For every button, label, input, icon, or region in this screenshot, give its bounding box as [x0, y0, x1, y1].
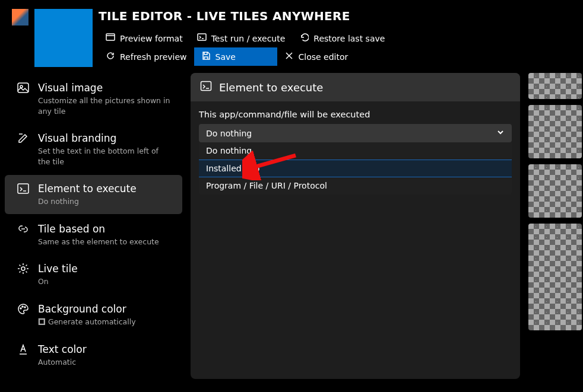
window-title: TILE EDITOR - LIVE TILES ANYWHERE [99, 9, 571, 29]
toolbar: Preview format Test run / execute Restor… [99, 29, 455, 66]
sidebar-sub: Customize all the pictures shown in any … [38, 94, 170, 116]
sidebar-sub: Automatic [38, 356, 170, 368]
svg-rect-2 [18, 83, 28, 93]
svg-point-6 [20, 308, 21, 309]
option-program-file[interactable]: Program / File / URI / Protocol [199, 177, 512, 195]
refresh-icon [106, 51, 115, 62]
option-do-nothing[interactable]: Do nothing [199, 142, 512, 160]
option-installed-app[interactable]: Installed app [199, 160, 512, 177]
svg-rect-4 [18, 184, 28, 193]
close-label: Close editor [299, 52, 348, 62]
app-icon [12, 9, 28, 26]
panel-header: Element to execute [191, 73, 520, 101]
refresh-label: Refresh preview [120, 52, 187, 62]
field-description: This app/command/file will be executed [199, 110, 512, 124]
execute-dropdown: Do nothing Installed app Program / File … [199, 142, 512, 195]
sidebar-label: Background color [38, 302, 170, 315]
svg-rect-1 [198, 34, 206, 40]
terminal-icon [200, 80, 212, 94]
save-icon [201, 51, 211, 62]
svg-point-7 [22, 306, 23, 307]
sidebar-sub: Do nothing [38, 195, 170, 207]
sidebar-label: Visual image [38, 81, 170, 94]
restore-label: Restore last save [313, 34, 385, 43]
image-icon [17, 81, 30, 94]
sidebar-item-visual-image[interactable]: Visual image Customize all the pictures … [5, 74, 182, 123]
sidebar-sub: Same as the element to execute [38, 235, 170, 247]
chevron-down-icon [496, 128, 505, 138]
preview-format-icon [106, 33, 115, 44]
sidebar-item-tile-based[interactable]: Tile based on Same as the element to exe… [5, 215, 182, 254]
sidebar: Visual image Customize all the pictures … [0, 73, 187, 379]
sidebar-label: Text color [38, 343, 170, 356]
test-run-label: Test run / execute [211, 34, 286, 43]
restore-button[interactable]: Restore last save [292, 29, 392, 47]
tile-size-thumbnails [524, 73, 583, 379]
tile-thumb-tall[interactable] [528, 224, 582, 330]
main-panel: Element to execute This app/command/file… [191, 73, 520, 379]
preview-format-button[interactable]: Preview format [99, 29, 190, 47]
save-button[interactable]: Save [194, 47, 277, 66]
sidebar-item-text-color[interactable]: Text color Automatic [5, 336, 182, 375]
undo-icon [299, 33, 309, 44]
sidebar-label: Visual branding [38, 132, 170, 145]
svg-point-8 [24, 307, 26, 308]
sidebar-sub: On [38, 275, 170, 287]
sidebar-item-element-execute[interactable]: Element to execute Do nothing [5, 175, 182, 214]
execute-select[interactable]: Do nothing [199, 124, 512, 142]
palette-icon [17, 302, 30, 315]
tile-thumb-square-1[interactable] [528, 105, 582, 158]
close-icon [284, 51, 294, 62]
terminal-icon [17, 182, 30, 195]
sidebar-label: Tile based on [38, 222, 170, 235]
text-color-icon [17, 343, 30, 356]
test-run-button[interactable]: Test run / execute [190, 29, 293, 47]
svg-point-5 [21, 267, 25, 270]
sidebar-sub: Set the text in the bottom left of the t… [38, 145, 170, 167]
tile-thumb-square-2[interactable] [528, 164, 582, 218]
save-label: Save [216, 52, 236, 62]
sidebar-sub: 🞐 Generate automatically [38, 315, 170, 327]
select-value: Do nothing [206, 129, 252, 138]
preview-format-label: Preview format [120, 34, 183, 43]
sidebar-label: Live tile [38, 262, 170, 275]
tile-preview [34, 9, 93, 67]
svg-rect-0 [106, 34, 115, 40]
panel-title: Element to execute [219, 81, 323, 94]
sidebar-item-live-tile[interactable]: Live tile On [5, 255, 182, 294]
edit-icon [17, 132, 30, 145]
svg-rect-9 [201, 82, 211, 91]
link-icon [17, 222, 30, 235]
sidebar-label: Element to execute [38, 182, 170, 195]
refresh-button[interactable]: Refresh preview [99, 47, 194, 66]
sidebar-item-visual-branding[interactable]: Visual branding Set the text in the bott… [5, 125, 182, 174]
tile-thumb-wide-small[interactable] [528, 73, 582, 99]
close-button[interactable]: Close editor [277, 47, 356, 66]
terminal-icon [197, 33, 207, 44]
brightness-icon [17, 262, 30, 275]
sidebar-item-background-color[interactable]: Background color 🞐 Generate automaticall… [5, 295, 182, 334]
